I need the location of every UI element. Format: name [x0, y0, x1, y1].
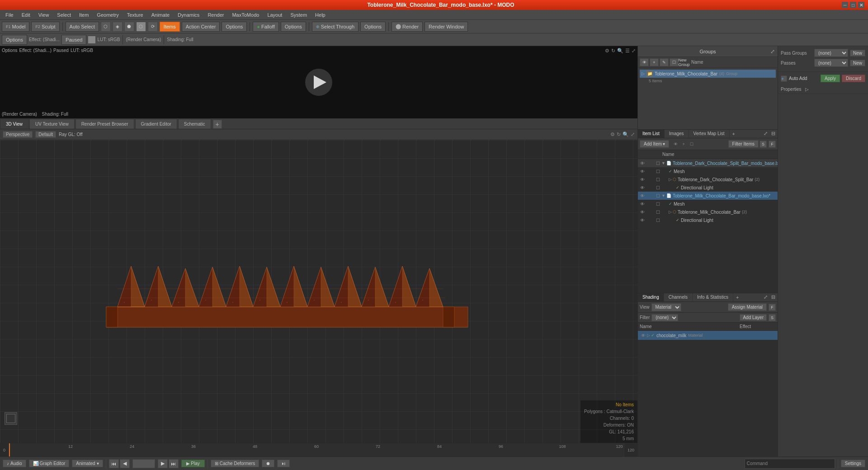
group-item-0[interactable]: ▷ 📁 Toblerone_Milk_Chocolate_Bar (4) Gro…: [640, 70, 776, 78]
tool-icon-1[interactable]: ⬡: [101, 22, 111, 32]
tab-uv-texture[interactable]: UV Texture View: [29, 119, 75, 129]
apply-btn[interactable]: Apply: [821, 75, 840, 82]
record-icon-1[interactable]: ⏺: [262, 460, 274, 467]
window-controls[interactable]: ─ □ ✕: [842, 2, 864, 8]
discard-btn[interactable]: Discard: [842, 75, 865, 82]
vis3-3[interactable]: ☐: [654, 184, 661, 191]
vis-6[interactable]: 👁: [639, 208, 646, 216]
jump-start-btn[interactable]: ⏮: [109, 459, 119, 468]
perspective-btn[interactable]: Perspective: [3, 131, 33, 138]
graph-editor-btn[interactable]: 📊 Graph Editor: [29, 460, 70, 467]
shading-tab-info[interactable]: Info & Statistics: [693, 293, 733, 301]
groups-add-btn[interactable]: +: [650, 58, 659, 66]
select-through-btn[interactable]: ⊕ Select Through: [312, 22, 359, 32]
shading-s-btn2[interactable]: S: [769, 314, 776, 321]
options-btn[interactable]: Options: [2, 35, 27, 45]
vis2-7[interactable]: [646, 216, 654, 224]
vis-0[interactable]: 👁: [639, 160, 646, 167]
color-swatch[interactable]: [5, 412, 17, 425]
menu-render[interactable]: Render: [204, 11, 227, 19]
play-btn[interactable]: ▶ Play: [181, 460, 205, 467]
close-btn[interactable]: ✕: [858, 2, 864, 8]
item-row-6[interactable]: 👁 ☐ ▷ ⬡ Toblerone_Milk_Chocolate_Bar (2): [638, 208, 778, 216]
item-tab-list[interactable]: Item List: [638, 130, 665, 138]
vis2-3[interactable]: [646, 184, 654, 191]
vis3-1[interactable]: ☐: [654, 168, 661, 175]
next-frame-btn[interactable]: ▶: [158, 459, 168, 468]
filter-s-btn[interactable]: S: [760, 141, 767, 148]
shading-tab-add[interactable]: +: [733, 293, 741, 301]
menu-select[interactable]: Select: [53, 11, 75, 19]
menu-view[interactable]: View: [35, 11, 53, 19]
options1-btn[interactable]: Options: [222, 22, 247, 32]
3d-viewport[interactable]: No Items Polygons : Catmull-Clark Channe…: [0, 140, 637, 443]
menu-dynamics[interactable]: Dynamics: [174, 11, 203, 19]
vp-icon-refresh[interactable]: ↻: [617, 132, 621, 137]
new-pass-btn[interactable]: New: [850, 60, 865, 66]
shading-settings[interactable]: ⊟: [770, 294, 777, 301]
preview-icon-settings[interactable]: ☰: [625, 48, 630, 54]
timeline-ruler[interactable]: 0 12 24 36 48 60 72 84 96 108 120: [9, 443, 624, 456]
default-btn[interactable]: Default: [35, 131, 56, 138]
tab-add-btn[interactable]: +: [213, 120, 222, 129]
auto-add-checkbox[interactable]: +: [781, 75, 787, 82]
item-row-0[interactable]: 👁 ☐ ▼ 📄 Toblerone_Dark_Chocolate_Split_B…: [638, 159, 778, 167]
filter-f-btn[interactable]: F: [769, 141, 776, 148]
lut-icon[interactable]: [88, 36, 95, 43]
vis3-0[interactable]: ☐: [654, 160, 661, 167]
record-icon-2[interactable]: ⏯: [277, 460, 290, 467]
groups-delete-btn[interactable]: ☐: [670, 58, 679, 66]
preview-icon-zoom[interactable]: 🔍: [617, 48, 623, 54]
add-layer-btn[interactable]: Add Layer: [740, 314, 767, 321]
tool-icon-3[interactable]: ⬟: [124, 22, 134, 32]
jump-end-btn[interactable]: ⏭: [169, 459, 179, 468]
vp-icon-expand[interactable]: ⤢: [631, 132, 635, 137]
cache-deformers-btn[interactable]: ⊞ Cache Deformers: [211, 460, 259, 467]
vis-4[interactable]: 👁: [639, 192, 646, 199]
menu-item[interactable]: Item: [75, 11, 92, 19]
shading-f-btn[interactable]: F: [769, 304, 776, 311]
filter-none-select[interactable]: (none): [651, 314, 678, 321]
item-tab-vertex-map[interactable]: Vertex Map List: [689, 130, 730, 138]
passes-select[interactable]: (none): [814, 59, 848, 67]
vis3-7[interactable]: ☐: [654, 216, 661, 224]
command-input[interactable]: [769, 461, 835, 466]
vis3-4[interactable]: ☐: [654, 192, 661, 199]
vis2-2[interactable]: [646, 176, 654, 183]
frame-number-input[interactable]: 0: [132, 459, 155, 468]
item-panel-settings[interactable]: ⊟: [770, 131, 777, 137]
settings-btn[interactable]: Settings: [841, 460, 865, 467]
pass-groups-select[interactable]: (none): [814, 49, 848, 57]
vp-icon-gear[interactable]: ⚙: [610, 132, 615, 137]
groups-rename-btn[interactable]: ✎: [660, 58, 669, 66]
groups-vis-btn[interactable]: 👁: [640, 58, 649, 66]
vis-5[interactable]: 👁: [639, 200, 646, 207]
menu-file[interactable]: File: [2, 11, 17, 19]
item-row-3[interactable]: 👁 ☐ ✓ Directional Light: [638, 183, 778, 192]
falloff-btn[interactable]: ● Falloff: [253, 22, 278, 32]
animated-btn[interactable]: Animated ▾: [72, 460, 103, 467]
preview-icons[interactable]: ⚙ ↻ 🔍 ☰ ⤢: [605, 48, 636, 54]
items-btn[interactable]: Items: [160, 22, 180, 32]
f1-model-btn[interactable]: F1 Model: [2, 22, 29, 32]
vis3-6[interactable]: ☐: [654, 208, 661, 216]
maximize-btn[interactable]: □: [850, 2, 856, 8]
tab-3d-view[interactable]: 3D View: [0, 119, 28, 129]
shading-tab-channels[interactable]: Channels: [664, 293, 693, 301]
menu-animate[interactable]: Animate: [148, 11, 173, 19]
menu-help[interactable]: Help: [311, 11, 329, 19]
vis-1[interactable]: 👁: [639, 168, 646, 175]
view-material-select[interactable]: Material: [651, 303, 681, 311]
shading-row-0[interactable]: 👁 ▷ ✓ chocolate_milk Material: [638, 331, 778, 340]
menu-geometry[interactable]: Geometry: [93, 11, 122, 19]
menu-edit[interactable]: Edit: [18, 11, 34, 19]
render-btn[interactable]: ⬤ Render: [392, 22, 423, 32]
prev-frame-btn[interactable]: ◀: [120, 459, 130, 468]
add-item-button[interactable]: Add Item ▾: [640, 140, 669, 148]
shading-vis-0[interactable]: 👁: [640, 332, 647, 339]
menu-texture[interactable]: Texture: [123, 11, 147, 19]
vp-icon-zoom[interactable]: 🔍: [623, 132, 629, 137]
item-row-1[interactable]: 👁 ☐ ✓ Mesh: [638, 167, 778, 175]
item-panel-expand[interactable]: ⤢: [762, 131, 769, 137]
shading-expand[interactable]: ⤢: [762, 294, 769, 301]
